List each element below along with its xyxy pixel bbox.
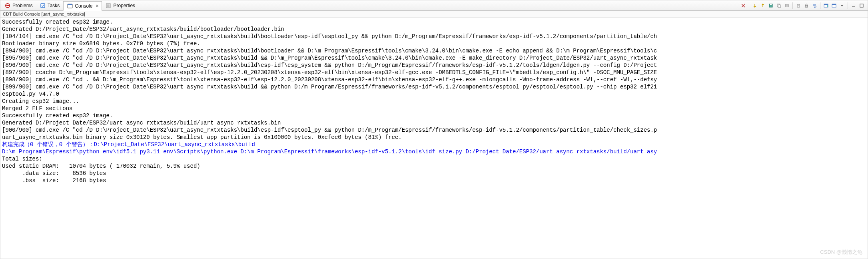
remove-button[interactable]	[740, 2, 747, 9]
tab-bar: Problems Tasks Console × Properties	[0, 0, 868, 11]
scroll-lock-button[interactable]	[803, 2, 810, 9]
separator	[749, 2, 749, 9]
tab-tasks[interactable]: Tasks	[36, 1, 64, 10]
svg-rect-22	[832, 4, 836, 5]
console-line: D:\m_Program\Espressif\python_env\idf5.1…	[2, 148, 866, 155]
console-line: Generated D:/Project_Date/ESP32/uart_asy…	[2, 26, 866, 33]
separator	[820, 2, 820, 9]
display-selected-button[interactable]	[830, 2, 838, 9]
svg-rect-10	[770, 4, 772, 5]
console-line: Successfully created esp32 image.	[2, 18, 866, 26]
dropdown-icon[interactable]	[838, 2, 846, 9]
toolbar	[740, 2, 868, 9]
console-line: Bootloader binary size 0x6810 bytes. 0x7…	[2, 40, 866, 47]
svg-rect-24	[860, 4, 863, 7]
tab-label: Tasks	[48, 3, 60, 8]
minimize-button[interactable]	[850, 2, 857, 9]
separator	[848, 2, 848, 9]
console-line: Merged 2 ELF sections	[2, 105, 866, 112]
open-console-button[interactable]	[822, 2, 830, 9]
svg-rect-4	[68, 4, 72, 5]
view-container: Problems Tasks Console × Properties	[0, 0, 868, 259]
svg-rect-12	[778, 5, 780, 8]
console-line: Creating esp32 image...	[2, 98, 866, 105]
console-line: [897/900] ccache D:\m_Program\Espressif\…	[2, 69, 866, 76]
console-line: 构建完成（0 个错误，0 个警告）：D:\Project_Date\ESP32\…	[2, 141, 866, 148]
show-button[interactable]	[783, 2, 790, 9]
watermark: CSDN @懒惰之龟	[820, 249, 862, 256]
console-line: uart_async_rxtxtasks.bin binary size 0x3…	[2, 134, 866, 141]
separator	[792, 2, 793, 9]
console-line: [894/900] cmd.exe /C "cd /D D:\Project_D…	[2, 47, 866, 54]
tab-console[interactable]: Console ×	[63, 1, 102, 11]
close-icon[interactable]: ×	[96, 3, 98, 9]
properties-icon	[105, 2, 112, 9]
console-line: .bss size: 2168 bytes	[2, 177, 866, 184]
tasks-icon	[40, 2, 46, 9]
problems-icon	[4, 2, 11, 9]
console-line: [900/900] cmd.exe /C "cd /D D:\Project_D…	[2, 126, 866, 134]
console-line: Total sizes:	[2, 155, 866, 163]
svg-rect-1	[6, 5, 9, 6]
console-subtitle: CDT Build Console [uart_async_rxtxtasks]	[0, 11, 868, 18]
console-line: [104/104] cmd.exe /C "cd /D D:\Project_D…	[2, 33, 866, 40]
console-line: [895/900] cmd.exe /C "cd /D D:\Project_D…	[2, 54, 866, 62]
tab-label: Problems	[12, 3, 33, 8]
svg-rect-20	[824, 4, 828, 5]
save-button[interactable]	[767, 2, 774, 9]
prev-button[interactable]	[759, 2, 766, 9]
console-line: Used static DRAM: 10704 bytes ( 170032 r…	[2, 163, 866, 170]
clear-button[interactable]	[795, 2, 802, 9]
console-line: .data size: 8536 bytes	[2, 170, 866, 177]
svg-rect-13	[785, 4, 788, 7]
console-line: Generated D:/Project_Date/ESP32/uart_asy…	[2, 119, 866, 126]
next-button[interactable]	[751, 2, 758, 9]
maximize-button[interactable]	[858, 2, 865, 9]
console-line: esptool.py v4.7.0	[2, 90, 866, 98]
console-line: [896/900] cmd.exe /C "cd /D D:\Project_D…	[2, 62, 866, 69]
tab-label: Console	[75, 3, 92, 9]
svg-rect-18	[805, 5, 808, 7]
wrap-button[interactable]	[811, 2, 818, 9]
tab-label: Properties	[113, 3, 135, 8]
tab-properties[interactable]: Properties	[102, 1, 139, 10]
tab-problems[interactable]: Problems	[1, 1, 36, 10]
console-line: Successfully created esp32 image.	[2, 112, 866, 119]
console-line: [899/900] cmd.exe /C "cd /D D:\Project_D…	[2, 83, 866, 90]
console-icon	[67, 3, 73, 9]
copy-button[interactable]	[775, 2, 782, 9]
console-output[interactable]: Successfully created esp32 image.Generat…	[0, 18, 868, 259]
console-line: [898/900] cmd.exe /C "cd . && D:\m_Progr…	[2, 76, 866, 83]
